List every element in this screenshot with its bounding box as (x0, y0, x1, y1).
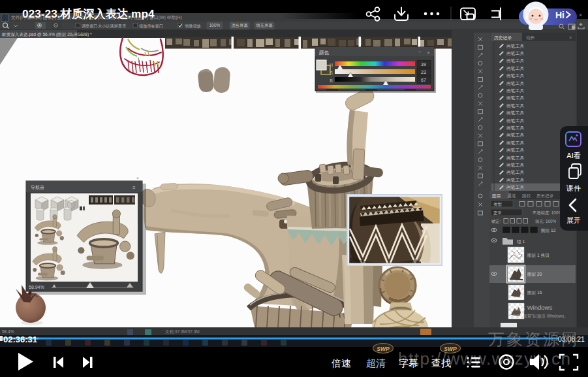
svg-text:画笔工具: 画笔工具 (506, 103, 524, 108)
svg-text:查找: 查找 (431, 357, 451, 369)
svg-text:正常: 正常 (493, 210, 502, 215)
svg-text:类型: 类型 (493, 202, 503, 206)
svg-text:细微缩放: 细微缩放 (185, 24, 202, 29)
svg-text:67: 67 (421, 78, 426, 82)
svg-text:H: H (330, 63, 333, 67)
svg-text:AI看: AI看 (566, 152, 580, 159)
svg-text:画笔工具: 画笔工具 (506, 81, 524, 86)
svg-text:58.94%: 58.94% (29, 285, 44, 289)
svg-text:图层 1 拷贝: 图层 1 拷贝 (527, 253, 549, 258)
svg-text:×: × (427, 50, 430, 56)
svg-text:课件: 课件 (566, 184, 581, 192)
svg-text:×: × (136, 176, 139, 180)
svg-text:图层 20: 图层 20 (527, 272, 542, 277)
svg-text:023-23.材质深入表达.mp4: 023-23.材质深入表达.mp4 (22, 7, 155, 20)
svg-text:颜色: 颜色 (318, 50, 330, 56)
svg-text:动作: 动作 (526, 35, 535, 40)
svg-text:历史记录: 历史记录 (494, 35, 512, 41)
svg-text:适合屏幕: 适合屏幕 (231, 23, 248, 28)
svg-text:倍速: 倍速 (331, 357, 351, 369)
svg-text:S: S (330, 71, 333, 75)
svg-text:画笔工具: 画笔工具 (506, 156, 524, 161)
svg-text:画笔工具: 画笔工具 (506, 118, 524, 123)
svg-text:激活 Windows: 激活 Windows (512, 304, 552, 311)
svg-text:画笔工具: 画笔工具 (506, 125, 524, 131)
svg-text:画笔工具: 画笔工具 (506, 44, 524, 49)
svg-text:画笔工具: 画笔工具 (506, 148, 524, 153)
svg-text:画笔工具: 画笔工具 (506, 163, 524, 168)
svg-text:万象资源网: 万象资源网 (488, 330, 580, 348)
svg-text:材质深入表达.psd @ 56.4% (图层 20, RGB: 材质深入表达.psd @ 56.4% (图层 20, RGB/8) * (1, 32, 92, 37)
svg-text:路径: 路径 (522, 193, 531, 199)
svg-text:×: × (72, 33, 74, 37)
svg-text:调整窗口大小以满屏显示: 调整窗口大小以满屏显示 (82, 24, 127, 29)
svg-text:展开: 展开 (566, 216, 581, 224)
svg-text:02:36:31: 02:36:31 (3, 335, 37, 344)
svg-text:填充屏幕: 填充屏幕 (255, 23, 273, 28)
svg-text:SWP: SWP (444, 346, 457, 352)
svg-text:≡: ≡ (132, 185, 136, 191)
svg-text:图层 16: 图层 16 (527, 290, 542, 295)
svg-text:缩放所有窗口: 缩放所有窗口 (139, 24, 163, 29)
svg-text:B: B (330, 78, 333, 83)
svg-text:不透明度: 100%: 不透明度: 100% (532, 210, 562, 216)
svg-text:58.4%: 58.4% (2, 329, 14, 334)
svg-text:画笔工具: 画笔工具 (506, 110, 524, 116)
svg-text:历史记录: 历史记录 (536, 193, 554, 199)
svg-text:通道: 通道 (507, 193, 516, 198)
svg-text:画笔工具: 画笔工具 (506, 95, 524, 101)
svg-text:画笔工具: 画笔工具 (506, 170, 524, 175)
svg-text:填充: 100%: 填充: 100% (534, 219, 557, 224)
svg-text:×: × (579, 12, 582, 18)
svg-text:画笔工具: 画笔工具 (506, 66, 524, 71)
svg-text:图层 12: 图层 12 (541, 228, 556, 233)
svg-text:组 1: 组 1 (517, 239, 525, 244)
svg-text:文档:37.3M/37.3M: 文档:37.3M/37.3M (165, 329, 200, 335)
svg-text:画笔工具: 画笔工具 (506, 51, 524, 56)
svg-text:图层: 图层 (492, 193, 501, 199)
svg-text:锁定:: 锁定: (491, 219, 501, 224)
svg-text:−: − (418, 49, 422, 55)
svg-text:Hi: Hi (555, 10, 565, 20)
svg-text:100%: 100% (209, 23, 221, 27)
svg-text:画笔工具: 画笔工具 (506, 88, 524, 93)
svg-text:≡: ≡ (569, 35, 572, 40)
svg-text:画笔工具: 画笔工具 (506, 140, 524, 146)
svg-text:SWP: SWP (377, 346, 390, 352)
svg-text:画笔工具: 画笔工具 (506, 73, 524, 78)
svg-text:http://www.wxzyw.cn: http://www.wxzyw.cn (398, 349, 571, 369)
svg-text:转到"设置"以激活 Windows。: 转到"设置"以激活 Windows。 (513, 314, 568, 319)
svg-text:画笔工具: 画笔工具 (506, 178, 524, 183)
svg-text:超清: 超清 (366, 357, 386, 369)
svg-text:画笔工具: 画笔工具 (506, 133, 524, 138)
svg-text:画笔工具: 画笔工具 (506, 58, 524, 63)
svg-text:39: 39 (421, 62, 426, 67)
svg-text:画笔工具: 画笔工具 (506, 185, 524, 190)
svg-text:导航器: 导航器 (31, 185, 44, 190)
svg-text:23: 23 (421, 70, 426, 74)
svg-text:字幕: 字幕 (399, 357, 418, 369)
